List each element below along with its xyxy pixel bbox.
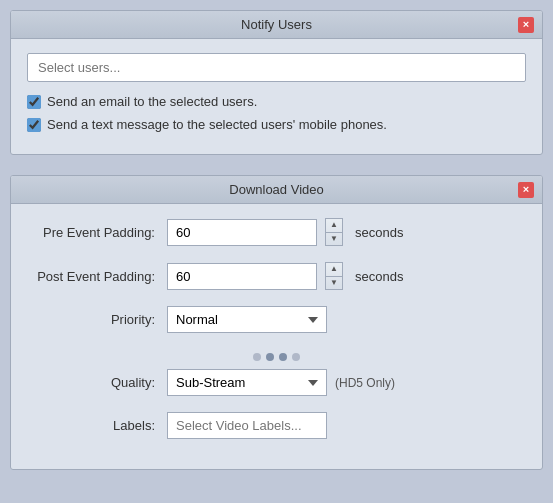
notify-users-titlebar: Notify Users ×	[11, 11, 542, 39]
notify-users-body: Send an email to the selected users. Sen…	[11, 39, 542, 154]
select-users-input[interactable]	[27, 53, 526, 82]
pre-event-down-arrow[interactable]: ▼	[326, 233, 342, 246]
pre-event-arrows: ▲ ▼	[325, 218, 343, 246]
pre-event-up-arrow[interactable]: ▲	[326, 219, 342, 233]
email-checkbox[interactable]	[27, 95, 41, 109]
email-checkbox-label: Send an email to the selected users.	[47, 94, 257, 109]
scroll-dot-2	[266, 353, 274, 361]
post-event-arrows: ▲ ▼	[325, 262, 343, 290]
pre-event-row: Pre Event Padding: ▲ ▼ seconds	[27, 218, 526, 246]
priority-row: Priority: Normal Low High	[27, 306, 526, 333]
priority-label: Priority:	[27, 312, 167, 327]
post-event-up-arrow[interactable]: ▲	[326, 263, 342, 277]
post-event-row: Post Event Padding: ▲ ▼ seconds	[27, 262, 526, 290]
priority-select[interactable]: Normal Low High	[167, 306, 327, 333]
labels-input[interactable]	[167, 412, 327, 439]
quality-row: Quality: Sub-Stream Main-Stream (HD5 Onl…	[27, 369, 526, 396]
scroll-dot-3	[279, 353, 287, 361]
quality-label: Quality:	[27, 375, 167, 390]
labels-label: Labels:	[27, 418, 167, 433]
pre-event-spinner-container: ▲ ▼ seconds	[167, 218, 403, 246]
quality-note: (HD5 Only)	[335, 376, 395, 390]
notify-users-dialog: Notify Users × Send an email to the sele…	[10, 10, 543, 155]
download-video-dialog: Download Video × Pre Event Padding: ▲ ▼ …	[10, 175, 543, 470]
notify-users-title: Notify Users	[241, 17, 312, 32]
post-event-unit: seconds	[355, 269, 403, 284]
quality-select[interactable]: Sub-Stream Main-Stream	[167, 369, 327, 396]
download-video-titlebar: Download Video ×	[11, 176, 542, 204]
scroll-dot-4	[292, 353, 300, 361]
pre-event-unit: seconds	[355, 225, 403, 240]
scroll-dot-1	[253, 353, 261, 361]
post-event-input[interactable]	[167, 263, 317, 290]
scroll-indicator	[27, 349, 526, 369]
pre-event-input[interactable]	[167, 219, 317, 246]
sms-checkbox-label: Send a text message to the selected user…	[47, 117, 387, 132]
post-event-down-arrow[interactable]: ▼	[326, 277, 342, 290]
notify-users-close-button[interactable]: ×	[518, 17, 534, 33]
pre-event-label: Pre Event Padding:	[27, 225, 167, 240]
sms-checkbox[interactable]	[27, 118, 41, 132]
email-checkbox-row: Send an email to the selected users.	[27, 94, 526, 109]
post-event-label: Post Event Padding:	[27, 269, 167, 284]
sms-checkbox-row: Send a text message to the selected user…	[27, 117, 526, 132]
download-video-title: Download Video	[229, 182, 323, 197]
download-video-close-button[interactable]: ×	[518, 182, 534, 198]
labels-row: Labels:	[27, 412, 526, 439]
download-video-body: Pre Event Padding: ▲ ▼ seconds Post Even…	[11, 204, 542, 469]
post-event-spinner-container: ▲ ▼ seconds	[167, 262, 403, 290]
